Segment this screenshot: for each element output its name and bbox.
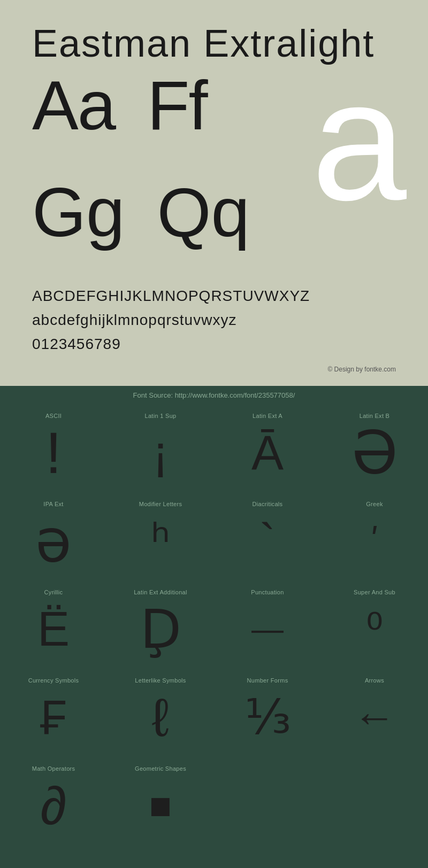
glyph-cell-1: Latin 1 Sup¡ xyxy=(107,405,214,493)
glyph-char-3: Ə xyxy=(351,423,398,482)
glyph-char-6: ` xyxy=(259,511,276,570)
alphabet-section: ABCDEFGHIJKLMNOPQRSTUVWXYZ abcdefghijklm… xyxy=(32,284,396,361)
digits: 0123456789 xyxy=(32,332,396,356)
glyph-label-1: Latin 1 Sup xyxy=(145,413,177,419)
glyph-cell-7: Greekʹ xyxy=(321,493,428,581)
glyph-cell-2: Latin Ext AĀ xyxy=(214,405,321,493)
glyph-grid: ASCII!Latin 1 Sup¡Latin Ext AĀLatin Ext … xyxy=(0,405,428,846)
glyph-char-8: Ё xyxy=(37,600,70,658)
letter-showcase-row2: Gg Qq xyxy=(32,177,396,268)
glyph-label-8: Cyrillic xyxy=(44,589,63,595)
alphabet-lower: abcdefghijklmnopqrstuvwxyz xyxy=(32,308,396,332)
glyph-label-17: Geometric Shapes xyxy=(135,765,186,772)
glyph-cell-0: ASCII! xyxy=(0,405,107,493)
glyph-char-11: ⁰ xyxy=(366,600,383,658)
glyph-cell-17: Geometric Shapes■ xyxy=(107,757,214,846)
glyph-label-15: Arrows xyxy=(365,677,384,684)
letter-pair-gg: Gg xyxy=(32,177,157,247)
glyph-label-13: Letterlike Symbols xyxy=(135,677,186,684)
glyph-char-0: ! xyxy=(45,423,62,482)
glyph-cell-8: CyrillicЁ xyxy=(0,581,107,669)
letter-pair-qq: Qq xyxy=(157,177,281,247)
glyph-label-6: Diacriticals xyxy=(253,501,283,507)
glyph-label-12: Currency Symbols xyxy=(28,677,79,684)
glyph-label-14: Number Forms xyxy=(247,677,288,684)
glyph-cell-12: Currency Symbols₣ xyxy=(0,669,107,757)
alphabet-upper: ABCDEFGHIJKLMNOPQRSTUVWXYZ xyxy=(32,284,396,308)
letter-pair-ff: Ff xyxy=(147,71,239,140)
letter-showcase-row1: Aa Ff a xyxy=(32,71,396,188)
glyph-char-15: ← xyxy=(353,688,396,747)
glyph-cell-14: Number Forms⅓ xyxy=(214,669,321,757)
glyph-cell-10: Punctuation— xyxy=(214,581,321,669)
glyph-label-0: ASCII xyxy=(45,413,62,419)
glyph-cell-13: Letterlike Symbolsℓ xyxy=(107,669,214,757)
glyph-char-7: ʹ xyxy=(370,511,379,570)
glyph-char-2: Ā xyxy=(251,423,284,482)
glyph-label-7: Greek xyxy=(366,501,383,507)
glyph-char-4: ə xyxy=(35,511,72,570)
glyph-cell-5: Modifier Lettersʰ xyxy=(107,493,214,581)
glyph-char-5: ʰ xyxy=(151,511,170,570)
font-source: Font Source: http://www.fontke.com/font/… xyxy=(0,386,428,405)
glyph-cell-4: IPA Extə xyxy=(0,493,107,581)
glyph-cell-3: Latin Ext BƏ xyxy=(321,405,428,493)
glyph-label-5: Modifier Letters xyxy=(139,501,182,507)
glyph-label-10: Punctuation xyxy=(251,589,284,595)
glyph-cell-16: Math Operators∂ xyxy=(0,757,107,846)
glyph-label-16: Math Operators xyxy=(32,765,75,772)
glyph-cell-11: Super And Sub⁰ xyxy=(321,581,428,669)
glyph-cell-6: Diacriticals` xyxy=(214,493,321,581)
glyph-char-9: Ḑ xyxy=(140,600,181,658)
letter-pair-aa: Aa xyxy=(32,71,147,140)
glyph-label-3: Latin Ext B xyxy=(360,413,390,419)
glyph-label-11: Super And Sub xyxy=(354,589,395,595)
glyph-label-2: Latin Ext A xyxy=(253,413,282,419)
copyright: © Design by fontke.com xyxy=(32,361,396,375)
glyph-cell-15: Arrows← xyxy=(321,669,428,757)
glyph-label-9: Latin Ext Additional xyxy=(134,589,187,595)
glyph-char-1: ¡ xyxy=(152,423,169,482)
glyph-char-10: — xyxy=(251,600,284,658)
glyph-char-17: ■ xyxy=(149,776,172,835)
glyph-char-12: ₣ xyxy=(40,688,67,747)
dark-section: Font Source: http://www.fontke.com/font/… xyxy=(0,386,428,846)
glyph-char-16: ∂ xyxy=(40,776,66,835)
glyph-char-14: ⅓ xyxy=(244,688,291,747)
top-section: Eastman Extralight Aa Ff a Gg Qq ABCDEFG… xyxy=(0,0,428,386)
glyph-char-13: ℓ xyxy=(152,688,169,747)
glyph-cell-9: Latin Ext AdditionalḐ xyxy=(107,581,214,669)
glyph-label-4: IPA Ext xyxy=(43,501,63,507)
